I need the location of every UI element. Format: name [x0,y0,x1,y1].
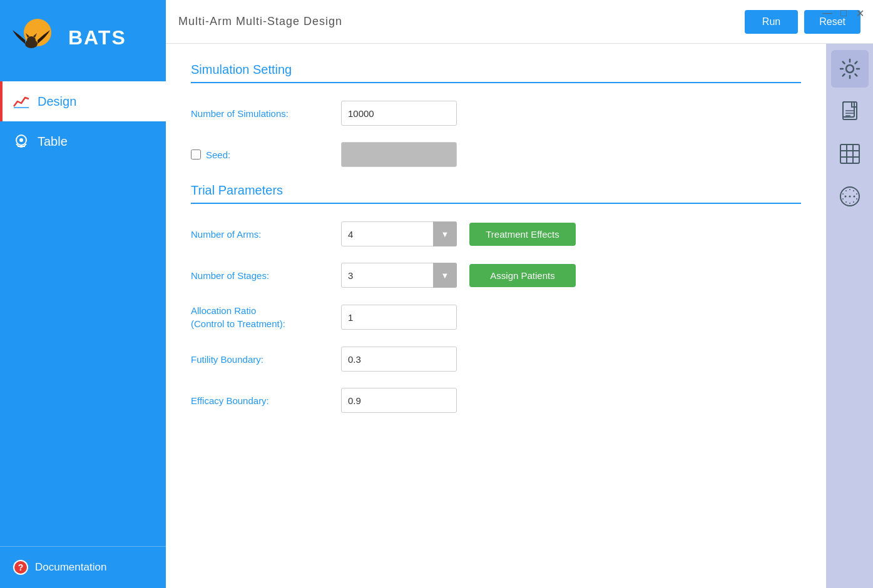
treatment-effects-button[interactable]: Treatment Effects [469,223,576,246]
close-button[interactable]: ✕ [854,8,865,19]
num-stages-row: Number of Stages: 1 2 3 4 5 ▼ Assign Pat… [191,263,801,288]
svg-point-35 [845,190,847,191]
seed-row: Seed: [191,142,801,167]
allocation-ratio-label: Allocation Ratio (Control to Treatment): [191,304,329,330]
table-icon [13,133,30,150]
svg-point-11 [846,65,854,73]
svg-point-23 [849,196,850,198]
sidebar-documentation-label: Documentation [35,561,106,574]
seed-checkbox-label[interactable]: Seed: [191,150,329,160]
svg-point-25 [853,196,855,198]
sidebar: BATS Design Table ? Documentation [0,0,166,588]
run-button[interactable]: Run [745,10,798,34]
num-simulations-input[interactable] [341,101,457,126]
allocation-ratio-input[interactable] [341,305,457,330]
svg-point-7 [19,138,23,142]
num-stages-select-wrapper: 1 2 3 4 5 ▼ [341,263,457,288]
num-stages-select[interactable]: 1 2 3 4 5 [341,263,457,288]
minimize-button[interactable]: — [822,8,833,19]
sidebar-item-design[interactable]: Design [0,81,166,121]
sidebar-item-documentation[interactable]: ? Documentation [0,546,166,588]
right-panel-table-button[interactable] [831,135,869,173]
svg-point-26 [849,189,850,190]
futility-boundary-label: Futility Boundary: [191,353,329,366]
main-content: Simulation Setting Number of Simulations… [166,44,826,588]
seed-input [341,142,457,167]
seed-checkbox[interactable] [191,150,201,160]
content-wrapper: Simulation Setting Number of Simulations… [166,44,873,588]
right-panel-document-button[interactable] [831,93,869,130]
efficacy-boundary-label: Efficacy Boundary: [191,394,329,407]
page-title: Multi-Arm Multi-Stage Design [178,15,342,28]
svg-point-29 [856,198,857,200]
documentation-icon: ? [13,559,29,575]
gear-icon [838,57,862,81]
sidebar-item-table-label: Table [38,134,68,149]
seed-label-text: Seed: [206,150,230,160]
svg-point-28 [856,193,857,195]
document-icon [838,99,862,123]
sidebar-header: BATS [0,0,166,75]
right-panel-dots-button[interactable] [831,178,869,215]
right-panel-gear-button[interactable] [831,50,869,88]
allocation-ratio-row: Allocation Ratio (Control to Treatment): [191,304,801,330]
svg-point-33 [842,198,844,200]
svg-point-31 [849,203,850,204]
simulation-setting-divider [191,82,801,83]
main-area: Multi-Arm Multi-Stage Design Run Reset S… [166,0,873,588]
trial-parameters-divider [191,203,801,204]
svg-point-32 [845,201,847,203]
simulation-setting-section: Simulation Setting Number of Simulations… [191,63,801,167]
simulation-setting-title: Simulation Setting [191,63,801,77]
design-icon [13,93,30,110]
table-grid-icon [838,142,862,166]
sidebar-item-table[interactable]: Table [0,121,166,161]
num-stages-label: Number of Stages: [191,269,329,282]
window-controls: — □ ✕ [822,8,865,19]
svg-point-24 [844,196,846,198]
svg-point-30 [853,201,854,203]
dots-circle-icon [838,185,862,208]
num-simulations-label: Number of Simulations: [191,107,329,120]
right-panel [826,44,873,588]
num-simulations-row: Number of Simulations: [191,101,801,126]
num-arms-select[interactable]: 1 2 3 4 5 6 [341,221,457,246]
trial-parameters-section: Trial Parameters Number of Arms: 1 2 3 4… [191,183,801,413]
app-logo [9,13,59,63]
assign-patients-button[interactable]: Assign Patients [469,264,576,287]
sidebar-item-design-label: Design [38,94,76,109]
svg-rect-17 [840,144,859,163]
app-name: BATS [68,26,126,49]
num-arms-select-wrapper: 1 2 3 4 5 6 ▼ [341,221,457,246]
num-arms-row: Number of Arms: 1 2 3 4 5 6 ▼ Treatment … [191,221,801,246]
titlebar: Multi-Arm Multi-Stage Design Run Reset [166,0,873,44]
svg-point-27 [853,190,854,191]
svg-text:?: ? [18,562,24,572]
sidebar-navigation: Design Table [0,81,166,161]
svg-point-34 [842,193,844,195]
futility-boundary-row: Futility Boundary: [191,347,801,372]
svg-point-2 [27,36,36,44]
efficacy-boundary-row: Efficacy Boundary: [191,388,801,413]
svg-rect-12 [843,102,854,117]
num-arms-label: Number of Arms: [191,228,329,241]
maximize-button[interactable]: □ [838,8,849,19]
efficacy-boundary-input[interactable] [341,388,457,413]
trial-parameters-title: Trial Parameters [191,183,801,198]
futility-boundary-input[interactable] [341,347,457,372]
